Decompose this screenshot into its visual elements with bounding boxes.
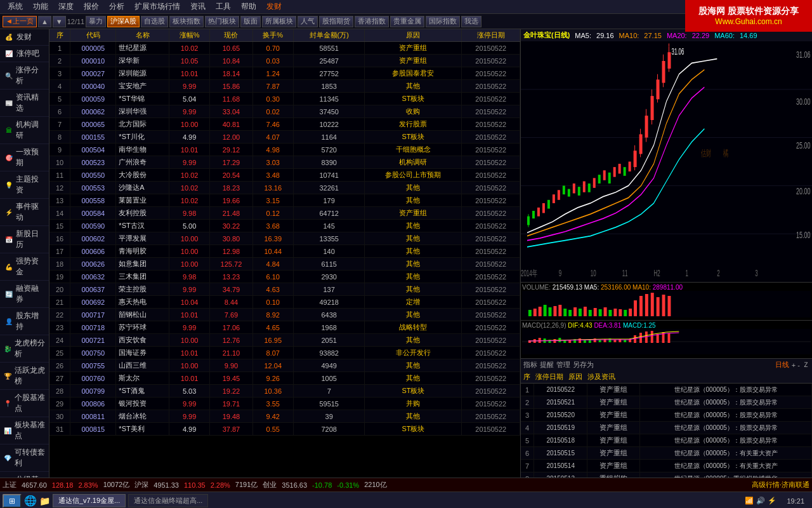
- sidebar-item-theme[interactable]: 💡 主题投资: [0, 171, 49, 199]
- taskbar-app2[interactable]: 通达信金融终端超高...: [128, 494, 208, 507]
- sidebar-item-holder-add[interactable]: 👤 股东增持: [0, 308, 49, 335]
- info-row[interactable]: 3 20150520 资产重组 世纪星源（000005）：股票交易异常: [521, 409, 812, 422]
- ctrl-indicator[interactable]: 指标: [523, 360, 537, 370]
- sidebar-item-strong-fund[interactable]: 💪 强势资金: [0, 253, 49, 281]
- menu-tools[interactable]: 工具: [211, 1, 236, 12]
- table-row[interactable]: 4 000040 宝安地产 9.99 15.86 7.87 1853 其他 20…: [49, 80, 520, 93]
- table-row[interactable]: 19 000632 三木集团 9.98 13.23 6.10 2930 其他 2…: [49, 271, 520, 283]
- block-index-btn[interactable]: 板块指数: [169, 16, 204, 27]
- table-row[interactable]: 10 000523 广州浪奇 9.99 17.29 3.03 8390 机构调研…: [49, 156, 520, 169]
- table-row[interactable]: 24 000721 西安饮食 10.00 12.76 16.95 2051 其他…: [49, 334, 520, 347]
- table-row[interactable]: 1 000005 世纪星源 10.02 10.65 0.70 58551 资产重…: [49, 42, 520, 55]
- sidebar-item-ipo-cal[interactable]: 📅 新股日历: [0, 226, 49, 253]
- ie-icon[interactable]: 🌐: [24, 495, 37, 507]
- sidebar-item-bond-arbitrage[interactable]: 💎 可转债套利: [0, 444, 49, 472]
- table-row[interactable]: 30 000811 烟台冰轮 9.99 19.48 9.42 39 其他 201…: [49, 410, 520, 423]
- sidebar-item-institution[interactable]: 🏛 机构调研: [0, 117, 49, 144]
- table-row[interactable]: 31 000815 *ST美利 4.99 37.87 0.55 7208 ST板…: [49, 423, 520, 436]
- table-row[interactable]: 25 000750 国海证券 10.01 21.10 8.07 93882 非公…: [49, 347, 520, 359]
- sidebar-item-event[interactable]: ⚡ 事件驱动: [0, 199, 49, 226]
- sidebar-item-active-dragon[interactable]: 🏆 活跃龙虎榜: [0, 363, 49, 390]
- sidebar-item-limit-bar[interactable]: 📈 涨停吧: [0, 46, 49, 62]
- start-button[interactable]: ⊞: [3, 494, 22, 508]
- nav-prev-btn[interactable]: ◄上一页: [3, 16, 37, 27]
- sidebar-item-consensus[interactable]: 🎯 一致预期: [0, 144, 49, 171]
- table-row[interactable]: 9 000504 南华生物 10.01 29.12 4.98 5720 干细胞概…: [49, 144, 520, 156]
- sidebar-item-graded-fund[interactable]: 📋 分级基金: [0, 472, 49, 478]
- info-row[interactable]: 8 20150513 重组拟购 世纪星源（000005）重组拟购博世华: [521, 472, 812, 478]
- ctrl-period[interactable]: 日线: [775, 360, 789, 370]
- sidebar-item-stock-base[interactable]: 📍 个股基准点: [0, 390, 49, 417]
- sidebar-item-block-base[interactable]: 📊 板块基准点: [0, 417, 49, 444]
- menu-depth[interactable]: 深度: [53, 1, 79, 12]
- sidebar-item-dragon-analysis[interactable]: 🐉 龙虎榜分析: [0, 335, 49, 363]
- stock-index-btn[interactable]: 股指期货: [319, 16, 353, 27]
- table-row[interactable]: 26 000755 山西三维 10.00 9.90 12.04 4949 其他 …: [49, 359, 520, 372]
- menu-extend[interactable]: 扩展市场行情: [129, 1, 185, 12]
- ctrl-alert[interactable]: 提醒: [540, 360, 554, 370]
- self-select-btn[interactable]: 自选股: [141, 16, 168, 27]
- table-row[interactable]: 11 000550 大冷股份 10.02 20.54 3.48 10741 参股…: [49, 169, 520, 182]
- table-row[interactable]: 22 000717 韶钢松山 10.01 7.69 8.92 6438 其他 2…: [49, 309, 520, 321]
- ctrl-z[interactable]: Ｚ: [802, 360, 809, 370]
- sidebar-item-facai[interactable]: 💰 发财: [0, 29, 49, 46]
- stock-table-container[interactable]: 序 代码 名称 涨幅% 现价 换手% 封单金额(万) 原因 涨停日期 1 000…: [49, 29, 520, 478]
- table-row[interactable]: 23 000718 苏宁环球 9.99 17.06 4.65 1968 战略转型…: [49, 321, 520, 334]
- plate-btn[interactable]: 版面: [240, 16, 261, 27]
- table-row[interactable]: 7 000065 北方国际 10.00 40.81 7.46 10222 发行股…: [49, 118, 520, 131]
- table-row[interactable]: 13 000558 莱茵置业 10.02 19.66 3.15 179 其他 2…: [49, 194, 520, 207]
- table-row[interactable]: 21 000692 惠天热电 10.04 8.44 0.10 49218 定增 …: [49, 296, 520, 309]
- table-row[interactable]: 6 000062 深圳华强 9.99 33.04 0.02 37450 收购 2…: [49, 105, 520, 118]
- table-row[interactable]: 2 000010 深华新 10.05 10.84 0.03 25487 资产重组…: [49, 55, 520, 67]
- owned-block-btn[interactable]: 所属板块: [262, 16, 296, 27]
- table-row[interactable]: 27 000760 斯太尔 10.01 19.45 9.26 1005 其他 2…: [49, 372, 520, 385]
- menu-function[interactable]: 功能: [28, 1, 53, 12]
- info-row[interactable]: 4 20150519 资产重组 世纪星源（000005）：股票交易异常: [521, 422, 812, 434]
- info-row[interactable]: 7 20150514 资产重组 世纪星源（000005）：有关重大资产: [521, 460, 812, 472]
- folder-icon[interactable]: 📁: [39, 496, 50, 506]
- table-row[interactable]: 12 000553 沙隆达A 10.02 18.23 13.16 32261 其…: [49, 182, 520, 194]
- popular-btn[interactable]: 人气: [298, 16, 318, 27]
- info-row[interactable]: 5 20150518 资产重组 世纪星源（000005）：股票交易异常: [521, 434, 812, 447]
- info-row[interactable]: 1 20150522 资产重组 世纪星源（000005）：股票交易异常: [521, 384, 812, 396]
- menu-news[interactable]: 资讯: [185, 1, 211, 12]
- table-row[interactable]: 18 000626 如意集团 10.00 125.72 4.84 6115 其他…: [49, 258, 520, 271]
- precious-metal-btn[interactable]: 贵重金属: [390, 16, 424, 27]
- chart-area[interactable]: 31.06 30.00 25.00 20.00 15.00: [521, 41, 812, 283]
- sidebar-item-margin[interactable]: 🔄 融资融券: [0, 281, 49, 308]
- table-row[interactable]: 17 000606 青海明胶 10.00 12.98 10.44 140 其他 …: [49, 245, 520, 258]
- ctrl-save[interactable]: 另存为: [573, 360, 594, 370]
- menu-quote[interactable]: 报价: [79, 1, 104, 12]
- market-btn[interactable]: 沪深A股: [107, 16, 139, 27]
- ctrl-zoom[interactable]: + -: [792, 361, 800, 369]
- table-row[interactable]: 14 000584 友利控股 9.98 21.48 0.12 64712 资产重…: [49, 207, 520, 220]
- table-row[interactable]: 5 000059 *ST华锦 5.04 11.68 0.30 11345 ST板…: [49, 93, 520, 105]
- table-row[interactable]: 29 000806 银河投资 9.99 19.71 3.55 59515 并购 …: [49, 398, 520, 410]
- table-row[interactable]: 3 000027 深圳能源 10.01 18.14 1.24 27752 参股国…: [49, 67, 520, 80]
- table-row[interactable]: 20 000637 荣主控股 9.99 34.79 4.63 137 其他 20…: [49, 283, 520, 296]
- sidebar-item-limit-analysis[interactable]: 🔍 涨停分析: [0, 62, 49, 90]
- cell-change: 9.99: [169, 283, 209, 296]
- table-row[interactable]: 15 000590 *ST古汉 5.00 30.22 3.68 145 其他 2…: [49, 220, 520, 232]
- ctrl-manage[interactable]: 管理: [556, 360, 570, 370]
- hk-index-btn[interactable]: 香港指数: [355, 16, 389, 27]
- table-row[interactable]: 28 000799 *ST酒鬼 5.03 19.22 10.36 7 ST板块 …: [49, 385, 520, 398]
- indicator-count[interactable]: ▲: [38, 16, 51, 27]
- my-pick-btn[interactable]: 我选: [461, 16, 481, 27]
- hot-block-btn[interactable]: 热门板块: [205, 16, 239, 27]
- taskbar-app1[interactable]: 通达信_v7.19金屋...: [53, 494, 126, 507]
- menu-system[interactable]: 系统: [3, 1, 28, 12]
- force-btn[interactable]: 暴力: [86, 16, 106, 27]
- menu-facai[interactable]: 发财: [261, 1, 287, 12]
- cell-code: 000760: [70, 372, 116, 385]
- table-row[interactable]: 8 000155 *ST川化 4.99 12.00 4.07 1164 ST板块…: [49, 131, 520, 144]
- table-row[interactable]: 16 000602 平潭发展 10.00 30.80 16.39 13355 其…: [49, 232, 520, 245]
- intl-index-btn[interactable]: 国际指数: [426, 16, 460, 27]
- down-btn[interactable]: ▼: [53, 16, 66, 27]
- info-row[interactable]: 6 20150515 资产重组 世纪星源（000005）：有关重大资产: [521, 447, 812, 460]
- menu-help[interactable]: 帮助: [236, 1, 261, 12]
- info-table-container[interactable]: 1 20150522 资产重组 世纪星源（000005）：股票交易异常 2 20…: [521, 384, 812, 478]
- menu-analysis[interactable]: 分析: [104, 1, 129, 12]
- sidebar-item-news-select[interactable]: 📰 资讯精选: [0, 90, 49, 117]
- info-row[interactable]: 2 20150521 资产重组 世纪星源（000005）：股票交易异常: [521, 396, 812, 409]
